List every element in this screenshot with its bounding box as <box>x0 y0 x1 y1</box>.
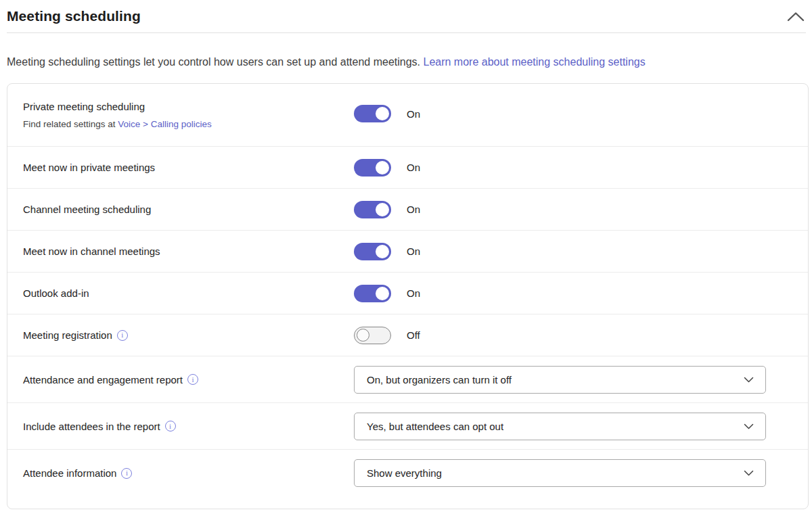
label-col: Outlook add-in <box>23 287 354 299</box>
header-divider <box>7 32 806 33</box>
setting-label: Meet now in private meetings <box>23 162 155 173</box>
toggle-thumb <box>376 203 389 216</box>
collapse-section-button[interactable] <box>784 7 807 26</box>
label-col: Private meeting scheduling Find related … <box>23 84 354 129</box>
section-header: Meeting scheduling <box>7 0 809 26</box>
toggle-meet-now-channel[interactable] <box>354 243 391 260</box>
chevron-down-icon <box>744 377 754 383</box>
control-col: On <box>354 159 420 177</box>
toggle-state-label: On <box>407 204 420 215</box>
page-title: Meeting scheduling <box>7 8 141 24</box>
label-col: Include attendees in the report i <box>23 421 354 432</box>
dropdown-selected-value: On, but organizers can turn it off <box>367 374 512 386</box>
control-col: On <box>354 84 420 122</box>
toggle-thumb <box>376 161 389 174</box>
meeting-scheduling-section: Meeting scheduling Meeting scheduling se… <box>7 0 809 509</box>
label-col: Channel meeting scheduling <box>23 204 354 215</box>
control-col: Show everything <box>354 459 766 487</box>
related-settings-text: Find related settings at <box>23 119 116 129</box>
info-icon[interactable]: i <box>165 421 176 431</box>
setting-row-meet-now-channel: Meet now in channel meetings On <box>7 231 808 273</box>
toggle-meeting-registration[interactable] <box>354 327 391 344</box>
chevron-up-icon <box>787 11 805 22</box>
setting-row-meeting-registration: Meeting registration i Off <box>7 314 808 356</box>
control-col: On <box>354 243 420 260</box>
setting-row-private-meeting-scheduling: Private meeting scheduling Find related … <box>7 84 808 147</box>
setting-label: Attendee information <box>23 467 116 479</box>
description-text: Meeting scheduling settings let you cont… <box>7 56 420 68</box>
info-icon[interactable]: i <box>121 468 132 479</box>
toggle-thumb <box>376 287 389 300</box>
toggle-thumb <box>376 245 389 258</box>
label-col: Attendee information i <box>23 467 354 479</box>
control-col: On <box>354 285 420 302</box>
label-col: Attendance and engagement report i <box>23 374 354 386</box>
setting-label: Channel meeting scheduling <box>23 204 151 215</box>
label-col: Meeting registration i <box>23 329 354 341</box>
toggle-private-meeting-scheduling[interactable] <box>354 105 391 122</box>
toggle-meet-now-private[interactable] <box>354 159 391 177</box>
setting-row-channel-meeting-scheduling: Channel meeting scheduling On <box>7 189 808 231</box>
dropdown-attendance-report[interactable]: On, but organizers can turn it off <box>354 366 766 394</box>
settings-card: Private meeting scheduling Find related … <box>7 83 809 509</box>
dropdown-attendee-information[interactable]: Show everything <box>354 459 766 487</box>
toggle-thumb <box>376 107 389 120</box>
toggle-outlook-addin[interactable] <box>354 285 391 302</box>
setting-row-include-attendees: Include attendees in the report i Yes, b… <box>7 403 808 450</box>
setting-label: Include attendees in the report <box>23 421 160 432</box>
related-settings-note: Find related settings at Voice > Calling… <box>23 119 354 129</box>
setting-row-attendee-information: Attendee information i Show everything <box>7 450 808 496</box>
toggle-channel-meeting-scheduling[interactable] <box>354 201 391 218</box>
section-description: Meeting scheduling settings let you cont… <box>7 53 694 71</box>
control-col: On <box>354 201 420 218</box>
chevron-down-icon <box>744 423 754 429</box>
learn-more-link[interactable]: Learn more about meeting scheduling sett… <box>423 56 645 68</box>
dropdown-include-attendees[interactable]: Yes, but attendees can opt out <box>354 413 766 440</box>
setting-label: Meet now in channel meetings <box>23 246 160 257</box>
setting-label: Attendance and engagement report <box>23 374 183 386</box>
chevron-down-icon <box>744 470 754 476</box>
setting-label: Meeting registration <box>23 329 112 341</box>
toggle-state-label: On <box>407 162 420 173</box>
info-icon[interactable]: i <box>117 330 128 341</box>
control-col: On, but organizers can turn it off <box>354 366 766 394</box>
toggle-state-label: On <box>407 246 420 257</box>
setting-row-outlook-addin: Outlook add-in On <box>7 273 808 314</box>
setting-label: Outlook add-in <box>23 287 89 299</box>
setting-row-attendance-report: Attendance and engagement report i On, b… <box>7 356 808 403</box>
toggle-state-label: On <box>407 287 420 299</box>
toggle-state-label: On <box>407 108 420 120</box>
voice-calling-policies-link[interactable]: Voice > Calling policies <box>118 119 211 129</box>
setting-row-meet-now-private: Meet now in private meetings On <box>7 147 808 189</box>
control-col: Off <box>354 327 420 344</box>
setting-label: Private meeting scheduling <box>23 101 145 112</box>
control-col: Yes, but attendees can opt out <box>354 413 766 440</box>
info-icon[interactable]: i <box>187 374 198 385</box>
dropdown-selected-value: Yes, but attendees can opt out <box>367 421 503 432</box>
label-col: Meet now in private meetings <box>23 162 354 173</box>
dropdown-selected-value: Show everything <box>367 467 442 479</box>
toggle-state-label: Off <box>407 329 420 341</box>
label-col: Meet now in channel meetings <box>23 246 354 257</box>
toggle-thumb <box>357 329 369 342</box>
